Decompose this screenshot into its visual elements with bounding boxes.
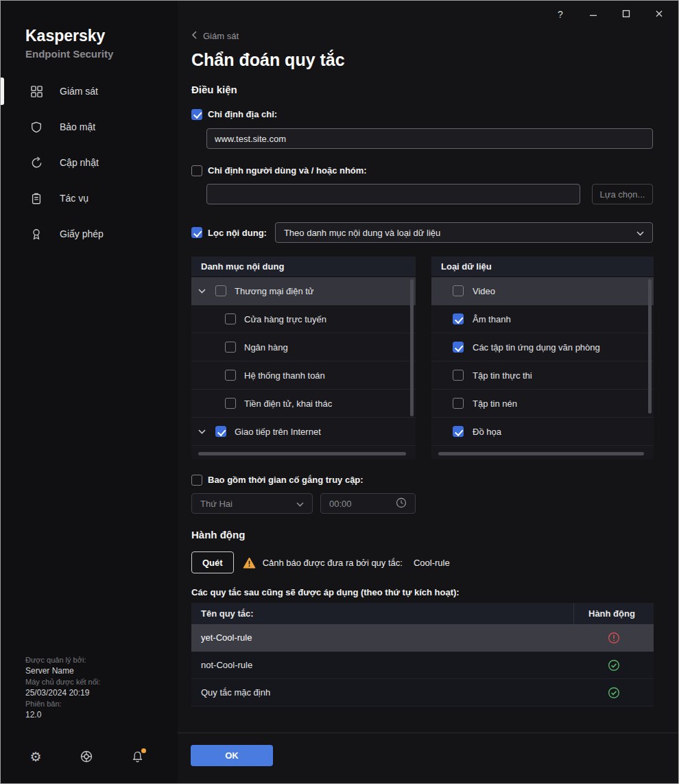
category-label: Hệ thống thanh toán xyxy=(244,370,325,381)
gear-glyph: ⚙ xyxy=(29,749,41,765)
clock-icon xyxy=(396,497,407,510)
sidebar-item-label: Tác vụ xyxy=(60,193,88,204)
version-label: Phiên bản: xyxy=(25,698,100,709)
datatype-checkbox[interactable] xyxy=(453,370,464,381)
rules-table: Tên quy tắc: Hành động yet-Cool-rule not… xyxy=(191,603,654,706)
rules-caption: Các quy tắc sau cũng sẽ được áp dụng (th… xyxy=(191,586,654,598)
category-checkbox[interactable] xyxy=(225,342,236,353)
content-filter-label: Lọc nội dung: xyxy=(208,228,267,238)
category-checkbox[interactable] xyxy=(225,370,236,381)
time-checkbox[interactable] xyxy=(191,475,202,486)
chevron-down-icon[interactable] xyxy=(198,429,208,434)
help-button[interactable]: ? xyxy=(550,5,571,24)
warning-text: Cảnh báo được đưa ra bởi quy tắc: xyxy=(263,558,403,568)
main-content: Giám sát Chẩn đoán quy tắc Điều kiện Chỉ… xyxy=(178,1,678,783)
categories-panel-header: Danh mục nội dung xyxy=(191,257,416,277)
rules-table-header: Tên quy tắc: Hành động xyxy=(191,603,654,624)
users-input[interactable] xyxy=(206,184,580,204)
datatype-label: Các tập tin ứng dụng văn phòng xyxy=(473,342,600,353)
sidebar-item-monitoring[interactable]: Giám sát xyxy=(1,73,178,109)
time-checkbox-row: Bao gồm thời gian cố gắng truy cập: xyxy=(191,474,654,486)
server-info: Được quản lý bởi: Server Name Máy chủ đư… xyxy=(25,654,100,720)
close-button[interactable] xyxy=(649,5,669,24)
category-checkbox[interactable] xyxy=(215,285,226,296)
category-row[interactable]: Tiền điện tử, khai thác xyxy=(191,390,416,418)
category-label: Thương mại điện tử xyxy=(235,286,314,296)
category-checkbox[interactable] xyxy=(215,426,226,437)
dashboard-grid-icon xyxy=(29,84,43,98)
back-link[interactable]: Giám sát xyxy=(191,31,239,41)
category-row[interactable]: Hệ thống thanh toán xyxy=(191,361,416,390)
time-input[interactable]: 00:00 xyxy=(320,493,416,514)
datatype-label: Video xyxy=(473,286,495,296)
support-icon[interactable] xyxy=(79,749,94,764)
minimize-icon xyxy=(589,9,597,20)
minimize-button[interactable] xyxy=(583,5,604,24)
users-checkbox-row: Chỉ định người dùng và / hoặc nhóm: xyxy=(191,165,654,176)
brand-subtitle: Endpoint Security xyxy=(25,48,153,60)
datatype-checkbox[interactable] xyxy=(453,285,464,296)
datatypes-panel-header: Loại dữ liệu xyxy=(431,257,654,277)
datatype-label: Âm thanh xyxy=(473,314,511,324)
address-input[interactable] xyxy=(206,128,653,149)
vertical-scrollbar[interactable] xyxy=(648,279,652,414)
notifications-bell-icon[interactable] xyxy=(130,749,145,764)
chevron-down-icon xyxy=(636,228,644,238)
notification-dot xyxy=(141,748,146,753)
horizontal-scrollbar[interactable] xyxy=(198,452,406,455)
category-checkbox[interactable] xyxy=(225,313,236,324)
chevron-down-icon[interactable] xyxy=(198,289,208,294)
datatype-row[interactable]: Các tập tin ứng dụng văn phòng xyxy=(431,333,654,361)
datatype-row[interactable]: Đồ họa xyxy=(431,418,654,446)
managed-by-value: Server Name xyxy=(25,665,100,676)
sidebar-item-tasks[interactable]: Tác vụ xyxy=(1,180,178,216)
warning-triangle-icon xyxy=(243,557,256,569)
vertical-scrollbar[interactable] xyxy=(410,279,414,416)
address-label: Chỉ định địa chỉ: xyxy=(208,109,277,119)
datatype-label: Tập tin nén xyxy=(473,399,517,409)
category-row[interactable]: Giao tiếp trên Internet xyxy=(191,418,416,446)
rule-name: Quy tắc mặc định xyxy=(191,687,573,698)
settings-gear-icon[interactable]: ⚙ xyxy=(28,749,43,764)
content-filter-selected-option: Theo danh mục nội dung và loại dữ liệu xyxy=(284,228,440,238)
datatype-row[interactable]: Tập tin nén xyxy=(431,390,654,418)
datatype-checkbox[interactable] xyxy=(453,342,464,353)
category-label: Giao tiếp trên Internet xyxy=(235,427,321,437)
sidebar-item-security[interactable]: Bảo mật xyxy=(1,109,178,145)
license-award-icon xyxy=(29,227,43,241)
datatype-checkbox[interactable] xyxy=(453,426,464,437)
day-select[interactable]: Thứ Hai xyxy=(191,493,313,514)
ok-button[interactable]: OK xyxy=(191,745,273,766)
page-title: Chẩn đoán quy tắc xyxy=(191,49,654,70)
category-row[interactable]: Ngân hàng xyxy=(191,333,416,361)
sidebar-item-label: Giám sát xyxy=(60,86,98,97)
content-filter-select[interactable]: Theo danh mục nội dung và loại dữ liệu xyxy=(275,222,653,243)
datatype-checkbox[interactable] xyxy=(453,398,464,409)
sidebar-item-license[interactable]: Giấy phép xyxy=(1,216,178,252)
sidebar: Kaspersky Endpoint Security Giám sát Bảo… xyxy=(1,1,178,783)
address-checkbox[interactable] xyxy=(191,109,202,120)
maximize-icon xyxy=(622,9,630,20)
close-icon xyxy=(655,9,663,20)
datatype-row[interactable]: Tập tin thực thi xyxy=(431,361,654,390)
users-checkbox[interactable] xyxy=(191,165,202,176)
help-icon: ? xyxy=(558,9,563,20)
address-checkbox-row: Chỉ định địa chỉ: xyxy=(191,108,654,120)
datatype-row[interactable]: Video xyxy=(431,277,654,305)
category-row[interactable]: Cửa hàng trực tuyến xyxy=(191,305,416,333)
maximize-button[interactable] xyxy=(616,5,636,24)
sidebar-item-update[interactable]: Cập nhật xyxy=(1,145,178,180)
datatype-checkbox[interactable] xyxy=(453,313,464,324)
content-filter-checkbox[interactable] xyxy=(191,227,202,238)
scan-button[interactable]: Quét xyxy=(191,551,234,573)
category-checkbox[interactable] xyxy=(225,398,236,409)
table-row[interactable]: not-Cool-rule xyxy=(191,652,654,679)
horizontal-scrollbar[interactable] xyxy=(438,452,644,455)
clipboard-icon xyxy=(29,191,43,205)
table-row[interactable]: Quy tắc mặc định xyxy=(191,679,654,706)
users-label: Chỉ định người dùng và / hoặc nhóm: xyxy=(208,165,367,176)
choose-users-button[interactable]: Lựa chọn... xyxy=(592,184,653,204)
datatype-row[interactable]: Âm thanh xyxy=(431,305,654,333)
table-row[interactable]: yet-Cool-rule xyxy=(191,624,654,652)
category-row[interactable]: Thương mại điện tử xyxy=(191,277,416,305)
